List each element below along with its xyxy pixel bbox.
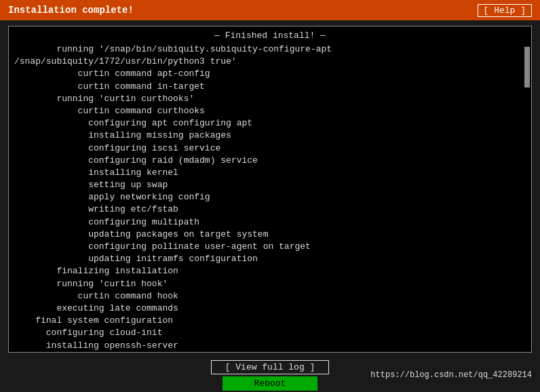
scrollbar[interactable]	[524, 47, 530, 87]
log-content: running '/snap/bin/subiquity.subiquity-c…	[14, 43, 526, 353]
view-full-log-button[interactable]: [ View full log ]	[211, 360, 330, 374]
installation-title: Installation complete!	[8, 5, 134, 16]
bottom-link: https://blog.csdn.net/qq_42289214	[358, 370, 532, 380]
top-bar: Installation complete! [ Help ]	[0, 0, 540, 20]
help-button[interactable]: [ Help ]	[478, 4, 532, 17]
log-box: — Finished install! — running '/snap/bin…	[8, 26, 532, 353]
bottom-area: [ View full log ] Reboot https://blog.cs…	[0, 358, 540, 392]
log-header: — Finished install! —	[14, 31, 526, 41]
bottom-buttons: [ View full log ] Reboot	[182, 360, 357, 391]
reboot-button[interactable]: Reboot	[223, 376, 317, 391]
main-content: — Finished install! — running '/snap/bin…	[0, 20, 540, 358]
